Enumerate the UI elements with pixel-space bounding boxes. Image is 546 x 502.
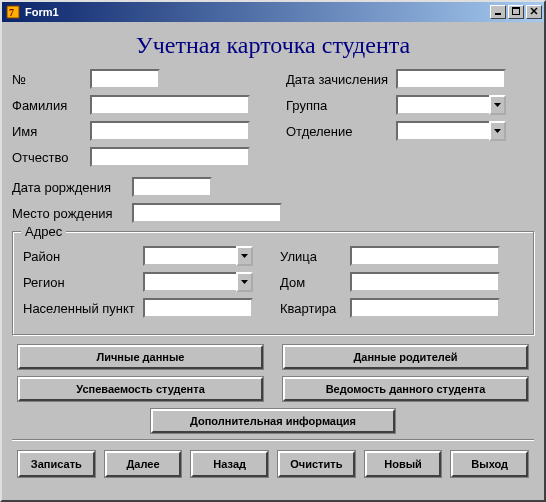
exit-button[interactable]: Выход bbox=[451, 451, 528, 477]
region-combo-value bbox=[143, 272, 236, 292]
save-button[interactable]: Записать bbox=[18, 451, 95, 477]
district-combo[interactable] bbox=[143, 246, 253, 266]
apartment-label: Квартира bbox=[280, 301, 350, 316]
client-area: Учетная карточка студента № Фамилия Имя … bbox=[2, 22, 544, 500]
chevron-down-icon bbox=[236, 246, 253, 266]
divider bbox=[12, 439, 534, 441]
chevron-down-icon bbox=[236, 272, 253, 292]
page-title: Учетная карточка студента bbox=[12, 32, 534, 59]
address-group: Адрес Район Регион bbox=[12, 231, 534, 335]
apartment-input[interactable] bbox=[350, 298, 500, 318]
title-bar: 7 Form1 bbox=[2, 2, 544, 22]
maximize-button[interactable] bbox=[508, 5, 524, 19]
street-input[interactable] bbox=[350, 246, 500, 266]
group-combo-value bbox=[396, 95, 489, 115]
address-group-title: Адрес bbox=[21, 224, 66, 239]
svg-rect-4 bbox=[512, 7, 520, 9]
performance-button[interactable]: Успеваемость студента bbox=[18, 377, 263, 401]
close-button[interactable] bbox=[526, 5, 542, 19]
birthplace-label: Место рождения bbox=[12, 206, 132, 221]
svg-marker-8 bbox=[494, 129, 501, 133]
svg-text:7: 7 bbox=[9, 7, 14, 18]
group-label: Группа bbox=[286, 98, 396, 113]
svg-marker-10 bbox=[241, 280, 248, 284]
patronymic-input[interactable] bbox=[90, 147, 250, 167]
minimize-button[interactable] bbox=[490, 5, 506, 19]
svg-marker-9 bbox=[241, 254, 248, 258]
surname-input[interactable] bbox=[90, 95, 250, 115]
parents-data-button[interactable]: Данные родителей bbox=[283, 345, 528, 369]
next-button[interactable]: Далее bbox=[105, 451, 182, 477]
name-input[interactable] bbox=[90, 121, 250, 141]
department-label: Отделение bbox=[286, 124, 396, 139]
svg-rect-2 bbox=[495, 13, 501, 15]
back-button[interactable]: Назад bbox=[191, 451, 268, 477]
window-title: Form1 bbox=[25, 6, 488, 18]
department-combo-value bbox=[396, 121, 489, 141]
house-input[interactable] bbox=[350, 272, 500, 292]
app-icon: 7 bbox=[5, 4, 21, 20]
department-combo[interactable] bbox=[396, 121, 506, 141]
surname-label: Фамилия bbox=[12, 98, 90, 113]
extra-info-button[interactable]: Дополнительная информация bbox=[151, 409, 396, 433]
window-frame: 7 Form1 Учетная карточка студента № bbox=[0, 0, 546, 502]
clear-button[interactable]: Очистить bbox=[278, 451, 355, 477]
region-label: Регион bbox=[23, 275, 143, 290]
group-combo[interactable] bbox=[396, 95, 506, 115]
birthplace-input[interactable] bbox=[132, 203, 282, 223]
street-label: Улица bbox=[280, 249, 350, 264]
chevron-down-icon bbox=[489, 95, 506, 115]
locality-input[interactable] bbox=[143, 298, 253, 318]
birthdate-label: Дата рорждения bbox=[12, 180, 132, 195]
personal-data-button[interactable]: Личные данные bbox=[18, 345, 263, 369]
new-button[interactable]: Новый bbox=[365, 451, 442, 477]
number-label: № bbox=[12, 72, 90, 87]
record-sheet-button[interactable]: Ведомость данного студента bbox=[283, 377, 528, 401]
name-label: Имя bbox=[12, 124, 90, 139]
birthdate-input[interactable] bbox=[132, 177, 212, 197]
enroll-date-label: Дата зачисления bbox=[286, 72, 396, 87]
patronymic-label: Отчество bbox=[12, 150, 90, 165]
locality-label: Населенный пункт bbox=[23, 301, 143, 316]
district-combo-value bbox=[143, 246, 236, 266]
chevron-down-icon bbox=[489, 121, 506, 141]
district-label: Район bbox=[23, 249, 143, 264]
house-label: Дом bbox=[280, 275, 350, 290]
enroll-date-input[interactable] bbox=[396, 69, 506, 89]
svg-marker-7 bbox=[494, 103, 501, 107]
region-combo[interactable] bbox=[143, 272, 253, 292]
number-input[interactable] bbox=[90, 69, 160, 89]
